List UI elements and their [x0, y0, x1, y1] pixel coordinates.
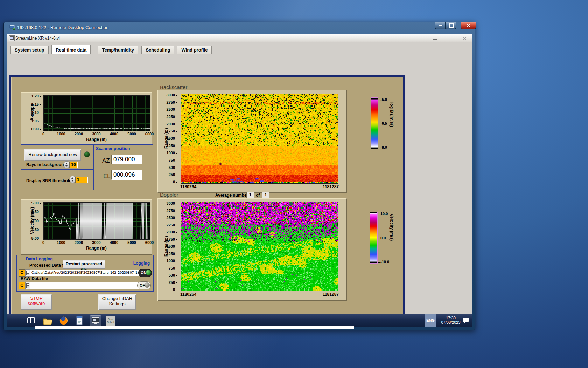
ascope-graph: A-scope 1.201.151.101.050.99 01000200030… — [21, 92, 152, 145]
rdp-minimize-button[interactable] — [435, 22, 446, 29]
y-tick-label: 0.00 — [31, 219, 41, 223]
backscatter-x-right: 1181287 — [323, 184, 339, 189]
tab-system-setup[interactable]: System setup — [10, 46, 49, 54]
y-tick-label: 1500 — [167, 137, 177, 141]
background-controls-box: Renew background now Rays in background … — [21, 144, 94, 170]
task-view-icon[interactable] — [26, 315, 36, 326]
change-button-line2: Settings — [99, 301, 135, 306]
notepad-icon[interactable] — [74, 315, 85, 326]
rays-spinner[interactable] — [64, 161, 69, 168]
y-tick-label: 750 — [169, 266, 177, 270]
scanner-position-title: Scanner position — [96, 146, 130, 151]
az-label: AZ — [102, 157, 110, 164]
rays-value-field[interactable]: 10 — [69, 162, 78, 168]
az-value-field[interactable]: 079.000 — [111, 155, 142, 164]
raw-path-field[interactable] — [30, 282, 139, 289]
x-tick-label: 3000 — [92, 240, 100, 245]
x-tick-label: 6000 — [145, 132, 154, 136]
y-tick-label: 2750 — [167, 101, 177, 104]
change-lidar-settings-button[interactable]: Change LiDAR Settings — [98, 294, 136, 310]
y-tick-label: 1500 — [167, 245, 177, 248]
renew-background-led — [84, 151, 90, 157]
velocity-plot — [43, 202, 150, 240]
y-tick-label: 2.50 — [31, 210, 41, 214]
data-logging-title: Data Logging — [26, 257, 53, 261]
app-close-button[interactable] — [459, 35, 470, 41]
backscatter-x-left: 1180264 — [180, 184, 196, 189]
taskbar-time: 17:30 — [438, 316, 463, 320]
colorbar-tick-label: 0.0 — [378, 236, 386, 240]
raw-drive-letter[interactable]: C — [19, 282, 25, 289]
x-tick-label: 3000 — [92, 132, 100, 136]
tab-scheduling[interactable]: Scheduling — [141, 46, 174, 54]
backscatter-graph: Range (m) 300027502500225020001750150012… — [158, 90, 347, 193]
average-number-label: Average number — [215, 193, 248, 198]
clock[interactable]: 17:30 07/08/2023 — [438, 316, 463, 325]
processed-logging-toggle[interactable]: ON — [138, 269, 152, 277]
x-tick-label: 4000 — [110, 132, 118, 136]
raw-browse-button[interactable] — [25, 282, 30, 289]
app-restore-button[interactable] — [444, 35, 455, 41]
tab-real-time-data[interactable]: Real time data — [51, 45, 91, 54]
average-number-field[interactable]: 1 — [246, 192, 254, 198]
rdp-close-button[interactable] — [461, 22, 476, 29]
tab-wind-profile[interactable]: Wind profile — [177, 46, 212, 54]
doppler-colorbar — [370, 212, 378, 264]
average-total-field[interactable]: 1 — [262, 192, 270, 198]
firefox-icon[interactable] — [58, 315, 69, 326]
y-tick-label: 2250 — [167, 115, 177, 119]
rdp-window-title: 192.168.0.122 - Remote Desktop Connectio… — [17, 25, 108, 30]
y-tick-label: -5.00 — [30, 237, 41, 240]
snr-spinner[interactable] — [70, 176, 75, 183]
ascope-plot — [43, 95, 150, 131]
rdp-maximize-button[interactable] — [445, 22, 456, 29]
processed-browse-button[interactable] — [25, 269, 30, 277]
colorbar-tick-label: -8.0 — [378, 145, 387, 149]
app-window-title: StreamLine XR v14-6.vi — [15, 36, 60, 41]
taskbar-bottom-strip — [35, 326, 354, 329]
doppler-x-right: 1181287 — [323, 292, 339, 297]
scanner-position-box: Scanner position AZ 079.000 EL 000.096 — [93, 144, 153, 190]
x-tick-label: 0 — [42, 240, 44, 245]
colorbar-tick-label: -10.0 — [378, 260, 389, 264]
y-tick-label: 2750 — [167, 209, 177, 213]
y-tick-label: 3000 — [167, 93, 177, 97]
backscatter-title: Backscatter — [160, 84, 187, 90]
y-tick-label: 0.99 — [31, 127, 41, 131]
stop-software-button[interactable]: STOP software — [21, 294, 52, 310]
file-explorer-icon[interactable] — [42, 315, 52, 326]
snr-value-field[interactable]: 1 — [75, 177, 88, 183]
app-minimize-button[interactable] — [430, 35, 440, 41]
tab-temp-humidity[interactable]: Temp/humidity — [98, 46, 138, 54]
restart-processed-file-button[interactable]: Restart processed file — [63, 260, 105, 269]
raw-logging-toggle[interactable]: OFF — [137, 281, 151, 289]
rdp-window: 192.168.0.122 - Remote Desktop Connectio… — [4, 22, 475, 330]
y-tick-label: 1750 — [167, 129, 177, 133]
taskbar: Scan Sched ENG 17:30 07/08/2023 — [7, 314, 472, 327]
stop-button-line2: software — [21, 301, 51, 306]
scan-scheduler-icon[interactable]: Scan Sched — [106, 315, 116, 326]
y-tick-label: 500 — [169, 273, 177, 277]
streamline-app-icon[interactable] — [90, 315, 101, 326]
snr-threshold-label: Display SNR threshold — [26, 178, 71, 183]
notification-icon[interactable] — [462, 317, 472, 327]
y-tick-label: 2000 — [167, 230, 177, 234]
doppler-heatmap — [181, 202, 338, 291]
scan-icon-text1: Scan — [106, 318, 115, 321]
change-button-line1: Change LiDAR — [99, 296, 135, 301]
y-tick-label: 250 — [169, 173, 177, 177]
processed-drive-letter[interactable]: C — [19, 269, 25, 277]
y-tick-label: 0 — [173, 288, 177, 292]
renew-background-button[interactable]: Renew background now — [24, 149, 81, 161]
y-tick-label: 2500 — [167, 216, 177, 220]
doppler-title: Doppler — [160, 192, 178, 198]
processed-path-field[interactable]: C:\Lidar\Data\Proc\2023\202308\20230807\… — [30, 270, 139, 276]
el-value-field[interactable]: 000.096 — [111, 170, 142, 180]
x-tick-label: 2000 — [75, 240, 83, 245]
y-tick-label: 500 — [169, 166, 177, 170]
velocity-xlabel: Range (m) — [43, 246, 149, 251]
x-tick-label: 4000 — [110, 240, 118, 245]
doppler-colorbar-label: Velocity (m/s) — [389, 214, 394, 259]
language-indicator[interactable]: ENG — [425, 314, 436, 327]
x-tick-label: 6000 — [145, 240, 154, 245]
